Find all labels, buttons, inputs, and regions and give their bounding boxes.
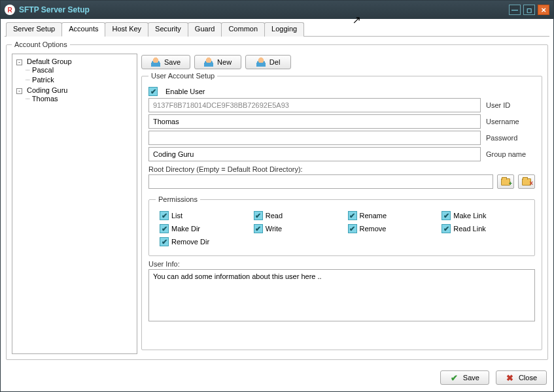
group-name-field[interactable] (148, 147, 481, 161)
perm-make-link[interactable]: Make Link (441, 211, 524, 220)
account-options-group: Account Options - Default GroupPascalPat… (6, 41, 548, 360)
root-dir-field[interactable] (148, 174, 493, 189)
tab-logging[interactable]: Logging (264, 22, 304, 37)
perm-make-dir[interactable]: Make Dir (160, 224, 242, 233)
perm-write[interactable]: Write (254, 224, 336, 233)
toolbar-save-button[interactable]: Save (141, 55, 190, 69)
perm-label: List (171, 212, 182, 220)
perm-rename[interactable]: Rename (348, 211, 430, 220)
tab-security[interactable]: Security (148, 22, 188, 37)
tree-user[interactable]: Pascal (26, 65, 134, 75)
toolbar-new-label: New (217, 58, 232, 66)
footer-close-label: Close (519, 374, 537, 382)
app-window: R SFTP Server Setup — ◻ ✕ Server SetupAc… (0, 0, 554, 392)
username-field[interactable] (148, 114, 481, 129)
remove-root-dir-button[interactable] (518, 174, 535, 189)
user-setup-legend: User Account Setup (148, 72, 217, 80)
password-field[interactable] (148, 131, 481, 145)
perm-label: Read (266, 212, 283, 220)
perm-read[interactable]: Read (254, 211, 336, 220)
enable-user-checkbox[interactable] (148, 87, 158, 96)
perm-read-link[interactable]: Read Link (441, 224, 524, 233)
window-title: SFTP Server Setup (19, 5, 509, 14)
content-area: Server SetupAccountsHost KeySecurityGuar… (1, 19, 553, 365)
perm-label: Rename (360, 212, 387, 220)
toolbar-del-button[interactable]: Del (245, 55, 291, 69)
tab-host-key[interactable]: Host Key (105, 22, 148, 37)
perm-label: Remove Dir (171, 238, 209, 246)
close-window-button[interactable]: ✕ (538, 5, 549, 15)
dialog-footer: Save Close (1, 365, 553, 391)
maximize-button[interactable]: ◻ (523, 5, 535, 15)
permissions-legend: Permissions (156, 195, 200, 203)
group-name-label: Group name (486, 150, 535, 158)
perm-checkbox[interactable] (254, 224, 263, 233)
perm-remove-dir[interactable]: Remove Dir (160, 237, 242, 246)
user-del-icon (256, 57, 266, 67)
perm-checkbox[interactable] (160, 224, 169, 233)
perm-checkbox[interactable] (160, 211, 169, 220)
perm-label: Make Dir (171, 225, 200, 233)
perm-list[interactable]: List (160, 211, 242, 220)
perm-checkbox[interactable] (160, 237, 169, 246)
perm-checkbox[interactable] (441, 224, 451, 233)
perm-label: Write (266, 225, 282, 233)
permissions-group: Permissions ListReadRenameMake LinkMake … (148, 195, 535, 256)
perm-checkbox[interactable] (254, 211, 263, 220)
perm-checkbox[interactable] (348, 211, 357, 220)
add-root-dir-button[interactable] (497, 174, 514, 189)
tree-group[interactable]: - Coding GuruThomas (16, 86, 134, 105)
perm-label: Remove (360, 225, 387, 233)
footer-close-button[interactable]: Close (496, 370, 547, 385)
toolbar-save-label: Save (164, 58, 181, 66)
tree-user[interactable]: Patrick (26, 75, 134, 85)
user-info-textarea[interactable] (148, 269, 535, 321)
account-options-legend: Account Options (12, 41, 70, 48)
account-toolbar: Save New Del (141, 54, 542, 72)
tree-expand-icon[interactable]: - (16, 59, 22, 65)
user-new-icon (204, 57, 213, 67)
tab-common[interactable]: Common (221, 22, 265, 37)
perm-label: Read Link (453, 225, 486, 233)
user-save-icon (151, 57, 160, 67)
toolbar-del-label: Del (269, 58, 281, 66)
folder-add-icon (501, 178, 510, 186)
folder-remove-icon (522, 178, 531, 186)
minimize-button[interactable]: — (509, 5, 521, 15)
tab-strip: Server SetupAccountsHost KeySecurityGuar… (5, 22, 549, 37)
tab-server-setup[interactable]: Server Setup (6, 22, 62, 37)
root-dir-label: Root Directory (Empty = Default Root Dir… (148, 165, 535, 173)
check-icon (450, 373, 459, 382)
perm-checkbox[interactable] (441, 211, 451, 220)
tree-expand-icon[interactable]: - (16, 88, 22, 94)
user-id-field[interactable] (148, 98, 481, 112)
toolbar-new-button[interactable]: New (194, 55, 241, 69)
perm-checkbox[interactable] (348, 224, 357, 233)
tab-accounts[interactable]: Accounts (61, 22, 105, 37)
perm-remove[interactable]: Remove (348, 224, 430, 233)
user-info-label: User Info: (148, 260, 535, 268)
cross-icon (506, 373, 515, 382)
app-logo-icon: R (5, 5, 15, 15)
tree-group[interactable]: - Default GroupPascalPatrick (16, 57, 134, 86)
password-label: Password (486, 134, 535, 142)
titlebar: R SFTP Server Setup — ◻ ✕ (1, 1, 553, 19)
perm-label: Make Link (453, 212, 486, 220)
username-label: Username (486, 118, 535, 125)
footer-save-label: Save (463, 374, 479, 382)
account-tree[interactable]: - Default GroupPascalPatrick- Coding Gur… (12, 54, 137, 354)
footer-save-button[interactable]: Save (440, 370, 489, 385)
tree-user[interactable]: Thomas (26, 94, 134, 104)
tab-guard[interactable]: Guard (188, 22, 222, 37)
user-account-setup-group: User Account Setup Enable User User ID U… (141, 72, 542, 350)
user-id-label: User ID (486, 101, 535, 109)
enable-user-label: Enable User (165, 88, 205, 95)
